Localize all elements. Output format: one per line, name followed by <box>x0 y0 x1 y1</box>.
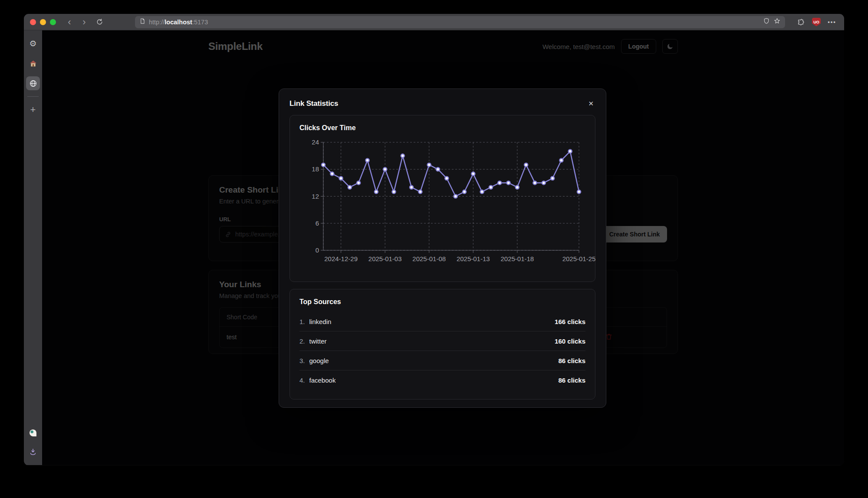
browser-window: ‹ › http://localhost:5173 <box>24 14 844 465</box>
link-statistics-modal: Link Statistics ✕ Clicks Over Time 06121… <box>279 88 606 408</box>
sources-heading: Top Sources <box>299 298 585 306</box>
sidebar-divider <box>27 96 39 97</box>
svg-text:2025-01-18: 2025-01-18 <box>500 255 534 262</box>
source-row: 3.google 86 clicks <box>299 351 585 370</box>
minimize-window-button[interactable] <box>40 19 46 25</box>
extensions-puzzle-icon[interactable] <box>795 16 807 28</box>
svg-text:2025-01-08: 2025-01-08 <box>412 255 446 262</box>
line-chart-svg: 061218242024-12-292025-01-032025-01-0820… <box>299 136 587 269</box>
svg-text:2025-01-03: 2025-01-03 <box>368 255 402 262</box>
source-name: twitter <box>309 337 327 345</box>
web-content: SimpleLink Welcome, test@test.com Logout <box>42 30 844 465</box>
zoom-window-button[interactable] <box>50 19 56 25</box>
source-rank: 4. <box>299 377 305 384</box>
svg-text:2025-01-13: 2025-01-13 <box>457 255 490 262</box>
source-row: 2.twitter 160 clicks <box>299 331 585 351</box>
source-name: linkedin <box>309 318 332 325</box>
adblock-extension-icon[interactable]: UO <box>810 16 822 28</box>
svg-text:12: 12 <box>312 193 319 200</box>
svg-text:2024-12-29: 2024-12-29 <box>324 255 358 262</box>
extension-blob-icon[interactable] <box>26 426 40 440</box>
svg-text:0: 0 <box>316 246 319 254</box>
source-name: google <box>309 357 329 364</box>
chart-heading: Clicks Over Time <box>299 124 585 132</box>
desktop: ‹ › http://localhost:5173 <box>0 0 868 498</box>
browser-sidebar: ⚙ + <box>24 30 42 465</box>
source-clicks: 166 clicks <box>555 318 585 325</box>
modal-title: Link Statistics <box>289 99 338 108</box>
forward-icon[interactable]: › <box>79 17 90 27</box>
source-name: facebook <box>309 377 336 384</box>
settings-gear-icon[interactable]: ⚙ <box>26 36 40 50</box>
svg-text:24: 24 <box>312 138 319 146</box>
source-clicks: 160 clicks <box>555 337 585 345</box>
reload-icon[interactable] <box>93 16 105 28</box>
adblock-badge: UO <box>812 18 821 26</box>
bookmark-star-icon[interactable] <box>773 17 781 26</box>
sources-list: 1.linkedin 166 clicks 2.twitter 160 clic… <box>299 312 585 390</box>
source-rank: 1. <box>299 318 305 325</box>
source-row: 4.facebook 86 clicks <box>299 370 585 390</box>
browser-toolbar: ‹ › http://localhost:5173 <box>24 14 844 30</box>
tracking-shield-icon[interactable] <box>763 17 770 26</box>
svg-text:18: 18 <box>312 165 319 173</box>
top-sources-card: Top Sources 1.linkedin 166 clicks 2.twit… <box>289 289 595 400</box>
svg-text:6: 6 <box>316 220 319 227</box>
new-tab-plus-icon[interactable]: + <box>26 103 40 117</box>
url-bar[interactable]: http://localhost:5173 <box>135 16 785 28</box>
source-rank: 2. <box>299 337 305 345</box>
source-clicks: 86 clicks <box>558 377 585 384</box>
source-rank: 3. <box>299 357 305 364</box>
source-clicks: 86 clicks <box>558 357 585 364</box>
close-window-button[interactable] <box>30 19 36 25</box>
active-tab-globe-icon[interactable] <box>26 76 40 90</box>
source-row: 1.linkedin 166 clicks <box>299 312 585 331</box>
chrome-body: ⚙ + <box>24 30 844 465</box>
clicks-over-time-card: Clicks Over Time 061218242024-12-292025-… <box>289 115 595 282</box>
back-icon[interactable]: ‹ <box>64 17 75 27</box>
menu-ellipsis-icon[interactable]: ••• <box>826 16 838 28</box>
clicks-chart: 061218242024-12-292025-01-032025-01-0820… <box>299 136 585 269</box>
traffic-lights <box>30 19 56 25</box>
page-icon <box>139 18 145 26</box>
address-text[interactable]: http://localhost:5173 <box>149 19 760 26</box>
close-modal-button[interactable]: ✕ <box>586 99 595 108</box>
downloads-icon[interactable] <box>26 445 40 459</box>
svg-text:2025-01-25: 2025-01-25 <box>562 255 596 262</box>
home-tab-icon[interactable] <box>26 56 40 70</box>
